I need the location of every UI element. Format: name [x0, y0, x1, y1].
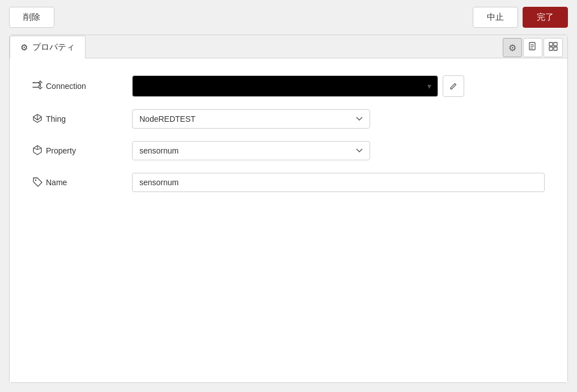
svg-point-9	[35, 179, 36, 180]
main-panel: ⚙ プロパティ ⚙	[9, 35, 568, 383]
tab-gear-button[interactable]: ⚙	[503, 38, 522, 57]
toolbar-right: 中止 完了	[473, 7, 568, 28]
thing-row: Thing NodeREDTEST	[32, 109, 545, 129]
shuffle-icon	[32, 80, 43, 92]
thing-label: Thing	[32, 113, 123, 125]
tab-doc-button[interactable]	[523, 38, 542, 57]
property-select[interactable]: sensornum	[132, 141, 370, 160]
property-label: Property	[32, 145, 123, 157]
tag-icon	[32, 177, 43, 189]
dialog-container: 削除 中止 完了 ⚙ プロパティ ⚙	[0, 0, 577, 392]
form-content: Connection ▾	[10, 58, 567, 382]
tab-properties[interactable]: ⚙ プロパティ	[10, 36, 86, 58]
svg-rect-7	[554, 47, 557, 50]
cancel-button[interactable]: 中止	[473, 7, 518, 28]
toolbar-left: 削除	[9, 7, 54, 28]
name-input[interactable]	[132, 173, 545, 192]
tab-properties-label: プロパティ	[32, 42, 75, 53]
tab-grid-icon	[549, 42, 558, 53]
thing-label-text: Thing	[46, 114, 66, 123]
toolbar: 削除 中止 完了	[0, 0, 577, 35]
name-label-text: Name	[46, 178, 67, 187]
property-control-group: sensornum	[132, 141, 545, 160]
connection-select[interactable]	[132, 75, 438, 97]
tab-icons: ⚙	[503, 35, 567, 58]
name-label: Name	[32, 177, 123, 189]
connection-edit-button[interactable]	[443, 75, 464, 97]
gear-icon: ⚙	[20, 42, 28, 53]
thing-control-group: NodeREDTEST	[132, 109, 545, 129]
property-label-text: Property	[46, 146, 76, 155]
delete-button[interactable]: 削除	[9, 7, 54, 28]
connection-select-wrapper: ▾	[132, 75, 438, 97]
connection-control-group: ▾	[132, 75, 545, 97]
svg-rect-6	[549, 47, 553, 50]
connection-label: Connection	[32, 80, 123, 92]
cube-icon	[32, 113, 43, 125]
name-control-group	[132, 173, 545, 192]
name-row: Name	[32, 173, 545, 192]
tab-grid-button[interactable]	[544, 38, 563, 57]
thing-select[interactable]: NodeREDTEST	[132, 109, 370, 129]
tab-spacer	[86, 35, 503, 58]
connection-label-text: Connection	[46, 82, 86, 91]
tab-doc-icon	[528, 42, 537, 53]
tab-gear-icon: ⚙	[508, 42, 516, 53]
tab-header: ⚙ プロパティ ⚙	[10, 35, 567, 58]
connection-row: Connection ▾	[32, 75, 545, 97]
confirm-button[interactable]: 完了	[523, 7, 568, 28]
svg-rect-5	[554, 42, 557, 46]
svg-rect-4	[549, 42, 553, 46]
property-icon	[32, 145, 43, 157]
property-row: Property sensornum	[32, 141, 545, 160]
